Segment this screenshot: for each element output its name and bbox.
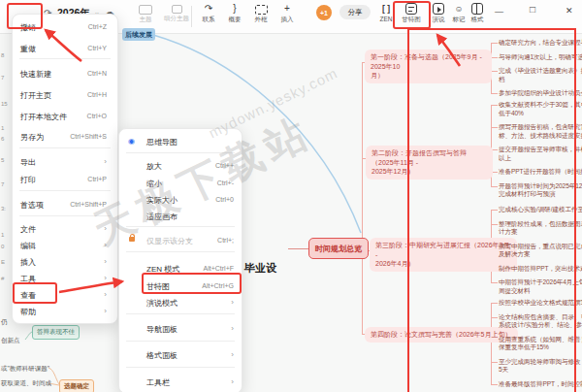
menu-item-insert[interactable]: 插入› bbox=[13, 255, 117, 269]
menu-item-present-mode[interactable]: 演说模式› bbox=[119, 296, 242, 310]
menu-item-edit[interactable]: 编辑› bbox=[13, 239, 117, 252]
menu-item-fit-canvas[interactable]: 适应画布 bbox=[119, 210, 242, 223]
toolbar-item-label: 格式 bbox=[471, 16, 484, 24]
menu-separator bbox=[19, 215, 111, 216]
menu-item-format-panel[interactable]: 格式面板› bbox=[119, 348, 242, 362]
zen-icon: [ ] bbox=[382, 3, 390, 15]
toolbar-item-subtopic[interactable]: 细分主题 bbox=[160, 3, 193, 23]
collaborator-badge[interactable]: +1 bbox=[316, 5, 332, 20]
summary-icon: } bbox=[233, 3, 236, 15]
maximize-button[interactable]: □ bbox=[530, 5, 535, 15]
menu-item-help[interactable]: 帮助› bbox=[13, 305, 117, 318]
toolbar-item-topic[interactable]: 主题 bbox=[134, 3, 157, 24]
topic-future-development[interactable]: 后续发展 bbox=[122, 28, 155, 41]
menu-item-shortcut: Ctrl++ bbox=[215, 162, 234, 169]
clipped-topic-fragment: E bbox=[1, 259, 5, 265]
leaf-item-1-4[interactable]: 参加学院组织的毕业设计动员会与 bbox=[499, 89, 582, 98]
close-button[interactable]: ✕ bbox=[566, 6, 573, 16]
minimize-button[interactable]: — bbox=[495, 7, 503, 16]
toolbar-item-label: 演说 bbox=[433, 16, 445, 24]
leaf-item-1-1[interactable]: 确定研究方向，结合专业课程与个 bbox=[499, 39, 582, 48]
toolbar-item-summary[interactable]: }概要 bbox=[223, 3, 246, 24]
relation-icon: ↷ bbox=[205, 3, 212, 15]
menu-item-toolbar[interactable]: 工具栏› bbox=[119, 376, 242, 389]
menu-separator bbox=[19, 147, 111, 148]
menu-item-label: 另存为 bbox=[20, 132, 44, 143]
menu-item-redo[interactable]: 重做Ctrl+Y bbox=[13, 42, 117, 55]
leaf-item-3-2[interactable]: 整理阶段性成果，包括数据图表、 计方案 bbox=[499, 220, 582, 237]
toolbar-item-relation[interactable]: ↷联系 bbox=[197, 3, 220, 24]
leaf-item-1-2[interactable]: 与导师沟通1次以上，明确可选课题 bbox=[499, 53, 582, 62]
menu-item-view[interactable]: 查看› bbox=[13, 288, 117, 302]
leaf-item-2-4[interactable]: 准备PPT进行开题答辩（时间控制 bbox=[499, 168, 582, 177]
submenu-arrow-icon: › bbox=[104, 307, 107, 315]
connector-line bbox=[491, 210, 498, 211]
leaf-item-4-1[interactable]: 按照学校毕业论文格式规范撰写全 bbox=[499, 299, 582, 308]
menu-item-show-branch-only[interactable]: 仅显示该分支Ctrl+; bbox=[119, 234, 242, 247]
menu-item-shortcut: Ctrl+N bbox=[87, 70, 107, 77]
toolbar-item-gantt[interactable]: 甘特图 bbox=[397, 3, 426, 24]
stage-node-4[interactable]: 第四阶段：论文撰写与完善（2026年5月上旬） bbox=[365, 327, 518, 343]
connector-line bbox=[491, 93, 498, 94]
menu-item-tools[interactable]: 工具› bbox=[13, 272, 117, 285]
leaf-item-3-1[interactable]: 完成核心实验/调研/建模工作至少 bbox=[499, 206, 582, 214]
clipped-topic-fragment: 15 bbox=[1, 101, 8, 107]
menu-item-zoom-out[interactable]: 缩小Ctrl+- bbox=[119, 177, 242, 190]
lock-icon bbox=[129, 237, 135, 242]
leaf-item-4-3[interactable]: 使用查重系统（如知网、维普）进 保重复率低于15% bbox=[499, 336, 582, 352]
leaf-item-3-3[interactable]: 撰写中期报告，重点说明已完成内 及解决方案 bbox=[499, 243, 582, 259]
menu-separator bbox=[126, 367, 235, 368]
leaf-item-2-3[interactable]: 提交开题报告至导师审核，并根据 以上 bbox=[499, 146, 582, 162]
menu-item-shortcut: Ctrl+O bbox=[87, 113, 107, 119]
stage-node-1[interactable]: 第一阶段：准备与选题（2025年9月 - 2025年10 月） bbox=[365, 49, 492, 83]
leaf-item-4-2[interactable]: 论文结构应包含摘要、目录、引言 系统设计/实验分析、结论、参考文 bbox=[499, 313, 582, 330]
leaf-item-4-5[interactable]: 准备最终版答辩PPT，时间控制在 bbox=[499, 380, 582, 389]
submenu-arrow-icon: › bbox=[104, 241, 107, 249]
menu-item-mind-map[interactable]: ◉思维导图 bbox=[119, 135, 242, 148]
stage-node-2[interactable]: 第二阶段：开题报告撰写与答辩（2025年11月 - 2025年12月） bbox=[366, 146, 493, 180]
menu-item-nav-panel[interactable]: 导航面板› bbox=[119, 322, 242, 336]
boundary-icon bbox=[255, 5, 268, 15]
menu-item-save-as[interactable]: 另存为Ctrl+Shift+S bbox=[13, 130, 117, 144]
menu-item-gantt[interactable]: 甘特图Alt+Ctrl+G bbox=[119, 279, 242, 293]
menu-item-actual-size[interactable]: 实际大小Ctrl+0 bbox=[119, 193, 242, 207]
leaf-item-3-5[interactable]: 中期答辩预计于2026年4月上旬举 周提交材料 bbox=[499, 278, 582, 295]
toolbar-item-format[interactable]: 格式 bbox=[463, 3, 492, 24]
topic-node[interactable]: 选题确定 bbox=[59, 379, 94, 392]
leaf-item-2-1[interactable]: 收集文献资料不少于30篇，其中外 低于40% bbox=[499, 101, 582, 117]
menu-item-file[interactable]: 文件› bbox=[13, 222, 117, 236]
share-button[interactable]: 分享 bbox=[340, 5, 371, 19]
topic-time-plan-overview[interactable]: 时间规划总览 bbox=[308, 238, 369, 259]
toolbar-item-insert[interactable]: +插入 bbox=[275, 3, 299, 24]
leaf-item-4-4[interactable]: 至少完成两轮导师审阅与修改，每 5天 bbox=[499, 358, 582, 375]
menu-item-quick-new[interactable]: 快速新建Ctrl+N bbox=[13, 67, 117, 81]
view-submenu: ◉思维导图放大Ctrl++缩小Ctrl+-实际大小Ctrl+0适应画布仅显示该分… bbox=[118, 128, 242, 392]
toolbar-item-boundary[interactable]: 外框 bbox=[249, 3, 273, 24]
connector-line bbox=[491, 57, 498, 58]
leaf-item-1-3[interactable]: 完成《毕业设计选题意向表》提交 档 bbox=[499, 67, 582, 83]
stage-node-3[interactable]: 第三阶段：中期研究与进展汇报（2026年3月 - 2026年4月） bbox=[370, 238, 517, 272]
menu-item-export[interactable]: 导出› bbox=[13, 155, 117, 169]
toolbar-item-label: 插入 bbox=[281, 16, 294, 24]
leaf-item-3-4[interactable]: 制作中期答辩PPT，突出技术难点 bbox=[499, 265, 582, 274]
menu-item-shortcut: Ctrl+Y bbox=[87, 45, 107, 51]
menu-item-open-home[interactable]: 打开主页Ctrl+H bbox=[13, 88, 117, 102]
topic-node[interactable]: 答辩表现不佳 bbox=[32, 325, 80, 340]
menu-item-preferences[interactable]: 首选项Ctrl+Shift+P bbox=[13, 198, 117, 212]
menu-item-print[interactable]: 打印Ctrl+P bbox=[13, 173, 117, 186]
connector-line bbox=[491, 384, 498, 385]
menu-item-zoom-in[interactable]: 放大Ctrl++ bbox=[119, 159, 242, 173]
leaf-item-2-2[interactable]: 撰写开题报告初稿，包含研究背景 标、方法、技术路线和进度安排 bbox=[499, 123, 582, 140]
topic-icon bbox=[139, 5, 152, 15]
clipped-topic-fragment: 1 bbox=[1, 125, 4, 131]
leaf-item-2-5[interactable]: 开题答辩预计时间为2025年12月中 完成材料打印与预演 bbox=[499, 182, 582, 199]
menu-item-label: 首选项 bbox=[20, 200, 44, 211]
central-topic-partial[interactable]: 毕业设 bbox=[244, 261, 276, 276]
menu-item-zen-mode[interactable]: ZEN 模式Alt+Ctrl+F bbox=[119, 262, 242, 276]
app-window: 后续发展 时间规划总览 毕业设 第一阶段：准备与选题（2025年9月 - 202… bbox=[0, 0, 582, 392]
submenu-arrow-icon: › bbox=[104, 257, 107, 266]
menu-item-open-local[interactable]: 打开本地文件Ctrl+O bbox=[13, 110, 117, 123]
menu-item-undo[interactable]: 撤销Ctrl+Z bbox=[13, 20, 117, 34]
menu-item-label: 演说模式 bbox=[146, 298, 178, 309]
toolbar-item-label: 联系 bbox=[203, 16, 215, 24]
